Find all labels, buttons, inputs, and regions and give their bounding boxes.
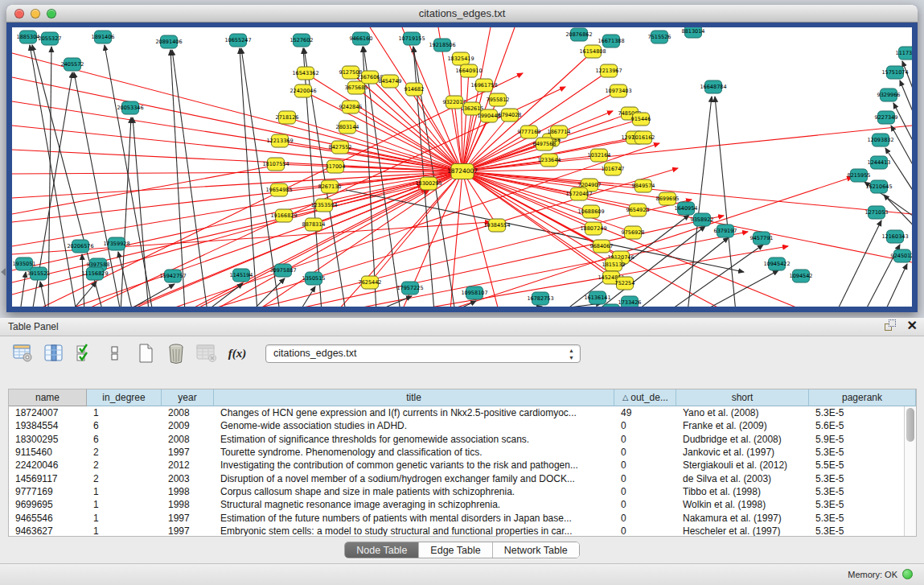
table-cell: 14569117 bbox=[9, 473, 87, 484]
table-row[interactable]: 946554611997Estimation of the future num… bbox=[9, 511, 904, 524]
scrollbar-thumb[interactable] bbox=[906, 408, 914, 442]
column-header-short[interactable]: short bbox=[676, 389, 809, 406]
table-cell: 5.3E-5 bbox=[809, 447, 904, 458]
table-cell: Estimation of significance thresholds fo… bbox=[214, 434, 614, 445]
column-header-pagerank[interactable]: pagerank bbox=[809, 389, 916, 406]
graph-node-label: 1935051 bbox=[13, 261, 36, 267]
column-header-in-degree[interactable]: in_degree bbox=[87, 389, 162, 406]
graph-edge-black bbox=[688, 97, 712, 307]
table-row[interactable]: 1872400712008Changes of HCN gene express… bbox=[9, 406, 904, 419]
float-panel-icon[interactable] bbox=[885, 319, 897, 332]
table-cell: Investigating the contribution of common… bbox=[214, 459, 614, 471]
table-mode-button[interactable] bbox=[11, 341, 35, 365]
vertical-scrollbar[interactable] bbox=[904, 406, 916, 536]
table-column-icon bbox=[44, 344, 64, 363]
column-header-year[interactable]: year bbox=[162, 389, 214, 406]
graph-node-label: 1867714 bbox=[548, 129, 571, 135]
table-cell: 2012 bbox=[162, 459, 214, 471]
rows-button[interactable] bbox=[103, 341, 127, 365]
graph-edge-black bbox=[667, 245, 763, 307]
sort-ascending-icon: △ bbox=[622, 391, 628, 404]
citation-network-graph[interactable]: 1654336222420046271812612213369181075541… bbox=[12, 27, 912, 307]
graph-node-label: 317004 bbox=[326, 163, 346, 170]
table-cell: 1998 bbox=[162, 499, 214, 510]
table-cell: 2 bbox=[87, 473, 162, 484]
table-tab-strip: Node TableEdge TableNetwork Table bbox=[0, 542, 924, 558]
graph-node-label: 1891406 bbox=[92, 34, 115, 40]
network-canvas[interactable]: 1654336222420046271812612213369181075541… bbox=[12, 27, 912, 307]
table-cell: 1 bbox=[87, 407, 162, 418]
table-row[interactable]: 969969511998Structural magnetic resonanc… bbox=[9, 498, 904, 511]
network-window-titlebar[interactable]: citations_edges.txt bbox=[6, 5, 918, 23]
table-cell: 1 bbox=[87, 513, 162, 524]
table-cell: Estimation of the future numbers of pati… bbox=[214, 513, 614, 524]
graph-edge-black bbox=[701, 270, 778, 307]
table-row[interactable]: 1830029562008Estimation of significance … bbox=[9, 433, 904, 446]
table-cell: de Silva et al. (2003) bbox=[676, 473, 809, 484]
table-selector-value: citations_edges.txt bbox=[273, 348, 357, 359]
table-row[interactable]: 977716911998Corpus callosum shape and si… bbox=[9, 485, 904, 498]
graph-node-label: 8878314 bbox=[302, 221, 326, 228]
function-builder-button[interactable]: f(x) bbox=[225, 341, 249, 365]
table-cell: 9465546 bbox=[9, 513, 87, 524]
table-panel-title: Table Panel bbox=[8, 321, 59, 332]
graph-node-label: 9329966 bbox=[877, 92, 901, 98]
table-cell: 1998 bbox=[162, 486, 214, 497]
table-selector[interactable]: citations_edges.txt ▲▼ bbox=[265, 344, 581, 363]
table-row[interactable]: 946362711997Embryonic stem cells: a mode… bbox=[9, 525, 904, 536]
table-row[interactable]: 2242004622012Investigating the contribut… bbox=[9, 459, 904, 472]
table-cell: 0 bbox=[614, 459, 676, 471]
close-panel-icon[interactable]: ✕ bbox=[907, 319, 918, 332]
graph-node-label: 11156829 bbox=[81, 270, 108, 277]
graph-edge-black bbox=[891, 126, 912, 185]
graph-edge-red bbox=[306, 73, 462, 171]
graph-node-label: 6379197 bbox=[714, 228, 737, 234]
column-header-name[interactable]: name bbox=[9, 389, 87, 406]
graph-node-label: 20876862 bbox=[565, 31, 592, 38]
graph-node-label: 19384554 bbox=[483, 222, 510, 229]
column-header-out-de-[interactable]: △out_de... bbox=[614, 389, 676, 406]
table-cell: 0 bbox=[614, 473, 676, 484]
table-cell: Hescheler et al. (1997) bbox=[676, 525, 809, 536]
table-cell: 5.3E-5 bbox=[809, 473, 904, 484]
graph-node-label: 18724007 bbox=[447, 167, 478, 175]
row-selection-button[interactable] bbox=[72, 341, 97, 365]
graph-node-label: 1527602 bbox=[290, 37, 314, 43]
graph-node-label: 16671388 bbox=[598, 38, 624, 44]
panel-collapse-arrow-icon[interactable] bbox=[1, 268, 6, 276]
graph-node[interactable] bbox=[603, 304, 620, 307]
graph-node-label: 1990448 bbox=[478, 113, 501, 119]
table-row[interactable]: 1456911722003Disruption of a novel membe… bbox=[9, 472, 904, 484]
memory-status-label: Memory: OK bbox=[848, 570, 897, 579]
delete-table-button[interactable] bbox=[195, 341, 219, 365]
delete-column-button[interactable] bbox=[164, 341, 188, 365]
graph-node-label: 20206576 bbox=[67, 243, 93, 249]
table-cell: Embryonic stem cells: a model to study s… bbox=[214, 525, 614, 536]
graph-node-label: 1733426 bbox=[618, 299, 642, 306]
table-cell: 2 bbox=[87, 447, 162, 458]
graph-node-label: 10688609 bbox=[577, 208, 604, 215]
table-cell: 9699695 bbox=[9, 499, 87, 510]
column-visibility-button[interactable] bbox=[42, 341, 66, 365]
table-cell: 0 bbox=[614, 499, 676, 510]
table-cell: 5.5E-5 bbox=[809, 459, 904, 471]
tab-edge-table[interactable]: Edge Table bbox=[419, 542, 492, 558]
graph-node-label: 7515526 bbox=[648, 34, 671, 40]
table-row[interactable]: 1938455462009Genome-wide association stu… bbox=[9, 419, 904, 432]
graph-node-label: 2803144 bbox=[336, 124, 359, 130]
network-frame: 1654336222420046271812612213369181075541… bbox=[6, 23, 918, 312]
table-cell: 6 bbox=[87, 420, 162, 431]
column-header-title[interactable]: title bbox=[214, 389, 614, 406]
tab-node-table[interactable]: Node Table bbox=[345, 542, 419, 558]
table-cell: 5.3E-5 bbox=[809, 525, 904, 536]
tab-network-table[interactable]: Network Table bbox=[493, 542, 579, 558]
graph-node-label: 16210645 bbox=[865, 183, 892, 190]
graph-node-label: 17359928 bbox=[103, 241, 129, 247]
graph-node-label: 10719155 bbox=[398, 35, 425, 42]
graph-node-label: 1362615 bbox=[461, 105, 484, 112]
graph-node-label: 8427552 bbox=[329, 144, 352, 150]
graph-edge-black bbox=[20, 272, 26, 307]
graph-node-label: 2718126 bbox=[276, 114, 299, 121]
table-row[interactable]: 911546021997Tourette syndrome. Phenomeno… bbox=[9, 446, 904, 459]
create-column-button[interactable] bbox=[133, 341, 158, 365]
